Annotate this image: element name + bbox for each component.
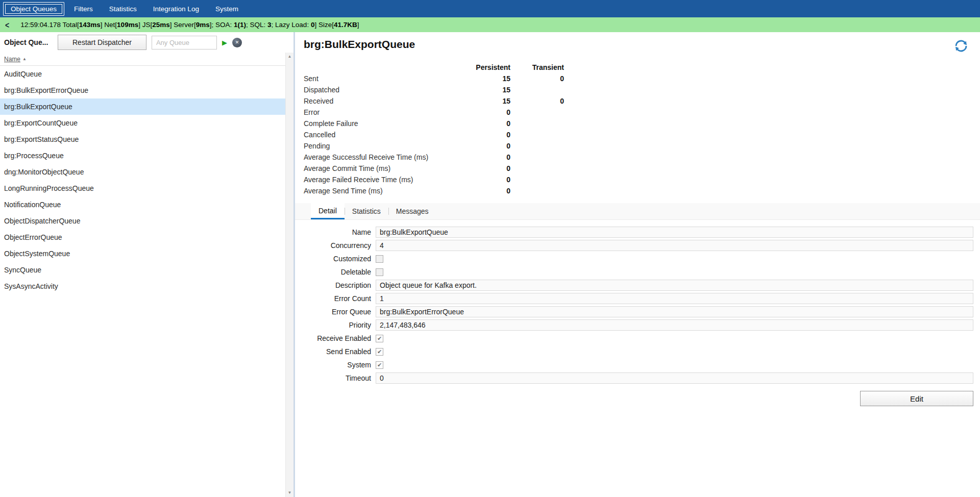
field-receive-enabled-checkbox[interactable]: ✔	[376, 335, 383, 342]
status-metric-value: 109ms	[117, 21, 138, 29]
stats-row-complete-failure: Complete Failure0	[304, 118, 980, 129]
top-nav: Object QueuesFiltersStatisticsIntegratio…	[0, 0, 980, 17]
app-root: Object QueuesFiltersStatisticsIntegratio…	[0, 0, 980, 497]
stats-transient-value: 0	[510, 97, 564, 105]
form-row-description: Description	[304, 280, 973, 291]
stats-row-label: Average Failed Receive Time (ms)	[304, 176, 457, 184]
sort-asc-icon: ▲	[22, 57, 27, 61]
status-metric-value: 9ms	[196, 21, 210, 29]
queue-list-item-brg-bulkexportqueue[interactable]: brg:BulkExportQueue	[0, 98, 285, 115]
field-system-checkbox[interactable]: ✔	[376, 361, 383, 369]
status-text-segment: 12:59:04.178 Total[	[20, 21, 79, 29]
stats-row-cancelled: Cancelled0	[304, 129, 980, 140]
tab-messages[interactable]: Messages	[388, 203, 436, 219]
queue-list-item-notificationqueue[interactable]: NotificationQueue	[0, 196, 285, 213]
stats-persistent-value: 0	[457, 142, 510, 150]
stats-persistent-value: 0	[457, 119, 510, 128]
collapse-left-icon[interactable]: <	[5, 20, 9, 30]
form-row-timeout: Timeout	[304, 372, 973, 384]
queue-list-item-syncqueue[interactable]: SyncQueue	[0, 262, 285, 278]
refresh-icon[interactable]	[953, 38, 969, 56]
name-column-label: Name	[4, 56, 20, 63]
field-error-queue-input[interactable]	[376, 306, 973, 317]
status-metric-value: 143ms	[79, 21, 101, 29]
status-metric-value: 25ms	[152, 21, 170, 29]
stats-persistent-value: 15	[457, 97, 510, 105]
field-name-input[interactable]	[376, 227, 973, 238]
field-error-count-input[interactable]	[376, 293, 973, 304]
field-concurrency-input[interactable]	[376, 240, 973, 251]
form-row-name: Name	[304, 227, 973, 238]
queue-list-item-objectdispatcherqueue[interactable]: ObjectDispatcherQueue	[0, 213, 285, 229]
field-priority-input[interactable]	[376, 319, 973, 331]
field-timeout-input[interactable]	[376, 372, 973, 384]
queue-list-item-longrunningprocessqueue[interactable]: LongRunningProcessQueue	[0, 180, 285, 196]
nav-item-statistics[interactable]: Statistics	[103, 3, 143, 15]
queue-list-item-brg-processqueue[interactable]: brg:ProcessQueue	[0, 147, 285, 164]
stats-row-label: Dispatched	[304, 86, 457, 94]
queue-list-item-brg-exportstatusqueue[interactable]: brg:ExportStatusQueue	[0, 131, 285, 147]
restart-dispatcher-button[interactable]: Restart Dispatcher	[58, 35, 146, 50]
form-row-concurrency: Concurrency	[304, 240, 973, 251]
field-deletable-checkbox[interactable]	[376, 268, 383, 276]
queue-search-input[interactable]	[152, 36, 217, 49]
field-label-system: System	[304, 361, 376, 369]
queue-list-item-dng-monitorobjectqueue[interactable]: dng:MonitorObjectQueue	[0, 164, 285, 180]
tab-detail[interactable]: Detail	[311, 203, 345, 219]
field-label-error-queue: Error Queue	[304, 308, 376, 316]
queue-list-item-objecterrorqueue[interactable]: ObjectErrorQueue	[0, 229, 285, 245]
form-row-customized: Customized	[304, 253, 973, 264]
clear-search-icon[interactable]: ✕	[232, 38, 242, 47]
timing-status-text: 12:59:04.178 Total[143ms] Net[109ms] JS[…	[20, 21, 359, 29]
run-search-icon[interactable]: ▶	[222, 39, 227, 46]
form-row-error-queue: Error Queue	[304, 306, 973, 317]
stats-row-average-commit-time-ms: Average Commit Time (ms)0	[304, 163, 980, 174]
queue-list-item-objectsystemqueue[interactable]: ObjectSystemQueue	[0, 245, 285, 262]
queue-list-item-auditqueue[interactable]: AuditQueue	[0, 66, 285, 82]
nav-item-filters[interactable]: Filters	[67, 3, 100, 15]
stats-row-dispatched: Dispatched15	[304, 84, 980, 95]
stats-row-sent: Sent150	[304, 73, 980, 84]
field-label-name: Name	[304, 228, 376, 236]
queue-list-item-brg-bulkexporterrorqueue[interactable]: brg:BulkExportErrorQueue	[0, 82, 285, 98]
field-description-input[interactable]	[376, 280, 973, 291]
nav-item-integration-log[interactable]: Integration Log	[146, 3, 206, 15]
queue-list-panel: Object Que... Restart Dispatcher ▶ ✕ Nam…	[0, 32, 295, 497]
stats-persistent-value: 0	[457, 153, 510, 161]
stats-row-label: Error	[304, 108, 457, 116]
name-column-header[interactable]: Name ▲	[0, 53, 285, 66]
status-text-segment: ] Server[	[170, 21, 196, 29]
field-label-concurrency: Concurrency	[304, 241, 376, 250]
edit-button-row: Edit	[304, 391, 973, 406]
stats-persistent-value: 15	[457, 74, 510, 83]
nav-item-system[interactable]: System	[209, 3, 245, 15]
nav-item-object-queues[interactable]: Object Queues	[3, 2, 64, 16]
field-send-enabled-checkbox[interactable]: ✔	[376, 348, 383, 356]
edit-button[interactable]: Edit	[860, 391, 973, 406]
scroll-up-icon[interactable]: ▲	[286, 53, 293, 60]
form-row-system: System✔	[304, 359, 973, 370]
field-label-receive-enabled: Receive Enabled	[304, 334, 376, 342]
queue-stats-table: PersistentTransientSent150Dispatched15Re…	[304, 62, 980, 196]
form-row-send-enabled: Send Enabled✔	[304, 346, 973, 357]
tab-statistics[interactable]: Statistics	[345, 203, 388, 219]
panel-title: Object Que...	[4, 38, 53, 46]
stats-persistent-value: 15	[457, 86, 510, 94]
status-text-segment: ] Size[	[314, 21, 334, 29]
field-label-send-enabled: Send Enabled	[304, 347, 376, 356]
main-split: Object Que... Restart Dispatcher ▶ ✕ Nam…	[0, 32, 980, 497]
left-scrollbar[interactable]: ▲ ▼	[285, 53, 293, 497]
queue-list-item-brg-exportcountqueue[interactable]: brg:ExportCountQueue	[0, 115, 285, 131]
queue-detail-form: NameConcurrencyCustomizedDeletableDescri…	[304, 227, 980, 406]
stats-row-average-successful-receive-time-ms: Average Successful Receive Time (ms)0	[304, 152, 980, 163]
field-customized-checkbox[interactable]	[376, 255, 383, 263]
stats-transient-value: 0	[510, 74, 564, 83]
form-row-deletable: Deletable	[304, 266, 973, 278]
stats-col-persistent: Persistent	[457, 63, 510, 71]
scroll-down-icon[interactable]: ▼	[286, 489, 293, 496]
stats-row-label: Received	[304, 97, 457, 105]
queue-list-item-sysasyncactivity[interactable]: SysAsyncActivity	[0, 278, 285, 294]
stats-col-transient: Transient	[510, 63, 564, 71]
field-label-error-count: Error Count	[304, 294, 376, 303]
stats-row-average-send-time-ms: Average Send Time (ms)0	[304, 185, 980, 196]
